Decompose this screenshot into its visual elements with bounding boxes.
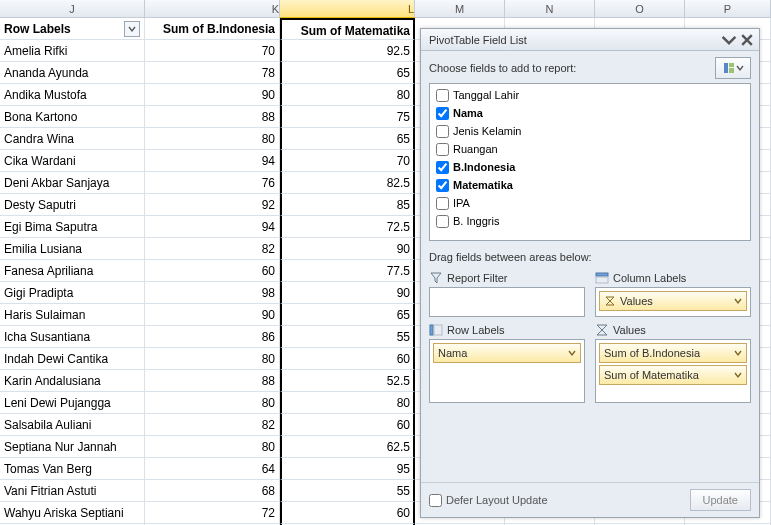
field-checkbox[interactable]: [436, 215, 449, 228]
value-bindonesia[interactable]: 90: [145, 84, 280, 106]
value-matematika[interactable]: 62.5: [280, 436, 415, 458]
column-header-O[interactable]: O: [595, 0, 685, 18]
value-bindonesia[interactable]: 86: [145, 326, 280, 348]
value-matematika[interactable]: 80: [280, 392, 415, 414]
value-bindonesia[interactable]: 70: [145, 40, 280, 62]
value-bindonesia[interactable]: 72: [145, 502, 280, 524]
field-item[interactable]: Matematika: [434, 176, 746, 194]
column-header-M[interactable]: M: [415, 0, 505, 18]
field-item[interactable]: B.Indonesia: [434, 158, 746, 176]
zone-row-labels[interactable]: Nama: [429, 339, 585, 403]
value-bindonesia[interactable]: 80: [145, 348, 280, 370]
value-bindonesia[interactable]: 82: [145, 414, 280, 436]
defer-layout-update[interactable]: Defer Layout Update: [429, 494, 548, 507]
value-matematika[interactable]: 92.5: [280, 40, 415, 62]
value-matematika[interactable]: 82.5: [280, 172, 415, 194]
chip-sum-matematika[interactable]: Sum of Matematika: [599, 365, 747, 385]
row-label[interactable]: Septiana Nur Jannah: [0, 436, 145, 458]
field-item[interactable]: Tanggal Lahir: [434, 86, 746, 104]
value-matematika[interactable]: 95: [280, 458, 415, 480]
value-matematika[interactable]: 85: [280, 194, 415, 216]
value-matematika[interactable]: 52.5: [280, 370, 415, 392]
value-matematika[interactable]: 65: [280, 128, 415, 150]
row-label[interactable]: Leni Dewi Pujangga: [0, 392, 145, 414]
value-bindonesia[interactable]: 68: [145, 480, 280, 502]
value-bindonesia[interactable]: 64: [145, 458, 280, 480]
chip-sum-bindonesia[interactable]: Sum of B.Indonesia: [599, 343, 747, 363]
value-matematika[interactable]: 60: [280, 414, 415, 436]
value-bindonesia[interactable]: 80: [145, 392, 280, 414]
zone-column-labels[interactable]: Values: [595, 287, 751, 317]
value-bindonesia[interactable]: 94: [145, 150, 280, 172]
close-icon[interactable]: [739, 32, 755, 48]
field-item[interactable]: Nama: [434, 104, 746, 122]
field-item[interactable]: Jenis Kelamin: [434, 122, 746, 140]
field-item[interactable]: IPA: [434, 194, 746, 212]
row-label[interactable]: Indah Dewi Cantika: [0, 348, 145, 370]
value-matematika[interactable]: 80: [280, 84, 415, 106]
value-bindonesia[interactable]: 88: [145, 106, 280, 128]
value-bindonesia[interactable]: 76: [145, 172, 280, 194]
row-label[interactable]: Andika Mustofa: [0, 84, 145, 106]
value-matematika[interactable]: 77.5: [280, 260, 415, 282]
field-item[interactable]: Ruangan: [434, 140, 746, 158]
value-matematika[interactable]: 60: [280, 502, 415, 524]
value-matematika[interactable]: 60: [280, 348, 415, 370]
update-button[interactable]: Update: [690, 489, 751, 511]
field-checkbox[interactable]: [436, 179, 449, 192]
sum-bindonesia-header[interactable]: Sum of B.Indonesia: [145, 18, 280, 40]
row-labels-header[interactable]: Row Labels: [0, 18, 145, 40]
row-label[interactable]: Fanesa Apriliana: [0, 260, 145, 282]
value-bindonesia[interactable]: 78: [145, 62, 280, 84]
value-bindonesia[interactable]: 88: [145, 370, 280, 392]
row-label[interactable]: Cika Wardani: [0, 150, 145, 172]
value-bindonesia[interactable]: 82: [145, 238, 280, 260]
field-checkbox[interactable]: [436, 89, 449, 102]
layout-options-button[interactable]: [715, 57, 751, 79]
row-label[interactable]: Salsabila Auliani: [0, 414, 145, 436]
sum-matematika-header[interactable]: Sum of Matematika: [280, 18, 415, 40]
field-checkbox[interactable]: [436, 143, 449, 156]
field-item[interactable]: B. Inggris: [434, 212, 746, 230]
row-label[interactable]: Deni Akbar Sanjaya: [0, 172, 145, 194]
value-bindonesia[interactable]: 90: [145, 304, 280, 326]
value-matematika[interactable]: 75: [280, 106, 415, 128]
zone-report-filter[interactable]: [429, 287, 585, 317]
value-matematika[interactable]: 72.5: [280, 216, 415, 238]
row-label[interactable]: Ananda Ayunda: [0, 62, 145, 84]
field-checkbox[interactable]: [436, 161, 449, 174]
row-label[interactable]: Bona Kartono: [0, 106, 145, 128]
row-label[interactable]: Vani Fitrian Astuti: [0, 480, 145, 502]
value-bindonesia[interactable]: 98: [145, 282, 280, 304]
chip-values[interactable]: Values: [599, 291, 747, 311]
field-checkbox[interactable]: [436, 125, 449, 138]
value-matematika[interactable]: 55: [280, 326, 415, 348]
value-bindonesia[interactable]: 92: [145, 194, 280, 216]
column-header-P[interactable]: P: [685, 0, 771, 18]
row-label[interactable]: Candra Wina: [0, 128, 145, 150]
value-bindonesia[interactable]: 80: [145, 436, 280, 458]
row-label[interactable]: Emilia Lusiana: [0, 238, 145, 260]
row-label[interactable]: Karin Andalusiana: [0, 370, 145, 392]
defer-checkbox[interactable]: [429, 494, 442, 507]
filter-dropdown-icon[interactable]: [124, 21, 140, 37]
chip-nama[interactable]: Nama: [433, 343, 581, 363]
zone-values[interactable]: Sum of B.Indonesia Sum of Matematika: [595, 339, 751, 403]
value-matematika[interactable]: 70: [280, 150, 415, 172]
row-label[interactable]: Egi Bima Saputra: [0, 216, 145, 238]
row-label[interactable]: Icha Susantiana: [0, 326, 145, 348]
value-bindonesia[interactable]: 60: [145, 260, 280, 282]
field-checkbox[interactable]: [436, 107, 449, 120]
column-header-L[interactable]: L: [280, 0, 415, 18]
row-label[interactable]: Amelia Rifki: [0, 40, 145, 62]
row-label[interactable]: Tomas Van Berg: [0, 458, 145, 480]
value-matematika[interactable]: 65: [280, 304, 415, 326]
value-matematika[interactable]: 65: [280, 62, 415, 84]
value-bindonesia[interactable]: 80: [145, 128, 280, 150]
row-label[interactable]: Desty Saputri: [0, 194, 145, 216]
row-label[interactable]: Haris Sulaiman: [0, 304, 145, 326]
panel-titlebar[interactable]: PivotTable Field List: [421, 29, 759, 51]
column-header-K[interactable]: K: [145, 0, 280, 18]
row-label[interactable]: Wahyu Ariska Septiani: [0, 502, 145, 524]
column-header-J[interactable]: J: [0, 0, 145, 18]
